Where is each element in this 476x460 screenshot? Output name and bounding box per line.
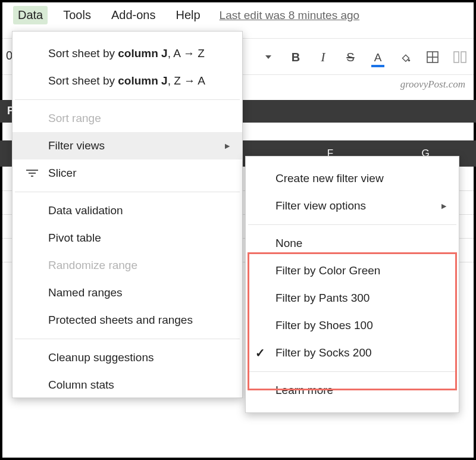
slicer[interactable]: Slicer xyxy=(12,159,242,187)
menu-tools[interactable]: Tools xyxy=(58,6,96,24)
borders-icon[interactable] xyxy=(425,49,440,65)
text-color-underline xyxy=(371,65,384,67)
sort-za-label: Sort sheet by column J, Z → A xyxy=(48,74,205,87)
protected-label: Protected sheets and ranges xyxy=(48,314,193,327)
sort-sheet-az[interactable]: Sort sheet by column J, A → Z xyxy=(12,40,242,67)
filter-none-label: None xyxy=(275,237,302,250)
sort-za-pre: Sort sheet by xyxy=(48,74,118,87)
filter-view-label: Filter by Socks 200 xyxy=(275,346,372,359)
check-icon: ✓ xyxy=(255,346,265,360)
submenu-arrow-icon: ► xyxy=(440,201,448,211)
column-stats[interactable]: Column stats xyxy=(12,371,242,394)
data-validation[interactable]: Data validation xyxy=(12,197,242,224)
filter-view-label: Filter by Color Green xyxy=(275,264,380,277)
sort-za-suf: , Z → A xyxy=(168,74,205,87)
learn-more-label: Learn more xyxy=(275,384,333,397)
data-validation-label: Data validation xyxy=(48,204,123,217)
text-color-button[interactable]: A xyxy=(370,49,386,65)
menu-help[interactable]: Help xyxy=(171,6,205,24)
menu-separator xyxy=(15,339,240,339)
menu-separator xyxy=(15,192,240,192)
protected-sheets[interactable]: Protected sheets and ranges xyxy=(12,306,242,334)
named-ranges-label: Named ranges xyxy=(48,286,123,299)
menu-separator xyxy=(15,99,240,100)
filter-view-label: Filter by Pants 300 xyxy=(275,292,369,305)
filter-view-item[interactable]: Filter by Color Green xyxy=(246,257,459,284)
sort-range-label: Sort range xyxy=(48,112,101,125)
learn-more[interactable]: Learn more xyxy=(246,377,459,404)
italic-button[interactable]: I xyxy=(315,49,331,65)
strikethrough-button[interactable]: S xyxy=(343,49,358,65)
menu-addons[interactable]: Add-ons xyxy=(107,6,161,24)
menu-data[interactable]: Data xyxy=(13,6,48,24)
filter-views-label: Filter views xyxy=(48,139,105,152)
app-frame: Data Tools Add-ons Help Last edit was 8 … xyxy=(0,0,476,460)
submenu-arrow-icon: ► xyxy=(223,141,231,151)
filter-views-submenu: Create new filter view Filter view optio… xyxy=(245,156,459,413)
cleanup-label: Cleanup suggestions xyxy=(48,351,154,364)
filter-view-item[interactable]: Filter by Shoes 100 xyxy=(246,312,459,339)
pivot-table[interactable]: Pivot table xyxy=(12,224,242,252)
create-new-filter-view[interactable]: Create new filter view xyxy=(246,165,459,192)
sort-az-suf: , A → Z xyxy=(168,47,205,60)
dropdown-caret-icon[interactable] xyxy=(261,49,276,65)
toolbar-right: B I S A xyxy=(261,39,468,76)
fill-color-icon[interactable] xyxy=(397,49,413,65)
filter-views[interactable]: Filter views ► xyxy=(12,132,242,159)
cleanup-suggestions[interactable]: Cleanup suggestions xyxy=(12,344,242,371)
filter-options-label: Filter view options xyxy=(275,199,366,212)
create-filter-label: Create new filter view xyxy=(275,172,384,185)
sort-az-pre: Sort sheet by xyxy=(48,47,118,60)
menu-bar: Data Tools Add-ons Help Last edit was 8 … xyxy=(2,2,474,28)
menu-separator xyxy=(248,371,456,372)
sort-range: Sort range xyxy=(12,105,242,132)
svg-rect-4 xyxy=(454,52,459,62)
named-ranges[interactable]: Named ranges xyxy=(12,279,242,306)
filter-view-label: Filter by Shoes 100 xyxy=(275,319,373,332)
sort-za-col: column J xyxy=(118,74,167,87)
filter-view-item[interactable]: ✓ Filter by Socks 200 xyxy=(246,339,459,367)
data-menu-dropdown: Sort sheet by column J, A → Z Sort sheet… xyxy=(12,31,243,398)
filter-view-none[interactable]: None xyxy=(246,230,459,257)
slicer-icon xyxy=(26,167,39,180)
text-color-letter: A xyxy=(374,52,382,63)
svg-rect-5 xyxy=(461,52,466,62)
merge-cells-icon[interactable] xyxy=(452,49,468,65)
column-stats-label: Column stats xyxy=(48,378,114,392)
randomize-range: Randomize range xyxy=(12,252,242,279)
filter-view-options[interactable]: Filter view options ► xyxy=(246,192,459,220)
last-edit-link[interactable]: Last edit was 8 minutes ago xyxy=(220,9,360,22)
sort-sheet-za[interactable]: Sort sheet by column J, Z → A xyxy=(12,67,242,95)
svg-point-0 xyxy=(408,60,411,62)
filter-view-item[interactable]: Filter by Pants 300 xyxy=(246,284,459,312)
randomize-range-label: Randomize range xyxy=(48,259,137,272)
bold-button[interactable]: B xyxy=(288,49,303,65)
slicer-label: Slicer xyxy=(48,167,77,180)
sort-az-col: column J xyxy=(118,47,167,60)
watermark: groovyPost.com xyxy=(400,79,465,90)
menu-separator xyxy=(248,224,456,225)
sort-az-label: Sort sheet by column J, A → Z xyxy=(48,47,205,60)
pivot-table-label: Pivot table xyxy=(48,231,101,245)
